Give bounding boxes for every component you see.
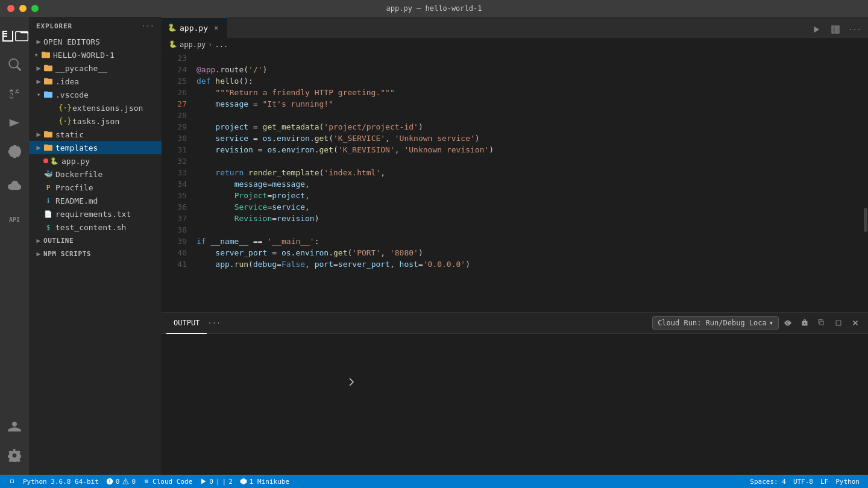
maximize-button[interactable]	[31, 5, 39, 12]
chevron-right-icon: ▶	[34, 143, 43, 152]
tree-item-extensions-json[interactable]: ▶ {·} extensions.json	[29, 101, 162, 114]
more-actions-button[interactable]: ···	[846, 21, 863, 38]
tree-item-tasks-json[interactable]: ▶ {·} tasks.json	[29, 114, 162, 128]
status-python[interactable]: Python 3.6.8 64-bit	[19, 475, 102, 488]
status-minikube[interactable]: 1 Minikube	[236, 475, 293, 488]
output-dropdown[interactable]: Cloud Run: Run/Debug Loca ▾	[652, 316, 779, 330]
editor-area: 🐍 app.py ✕ ··· 🐍 app.py › ...	[162, 17, 868, 475]
status-encoding[interactable]: UTF-8	[790, 475, 817, 488]
tree-item-pycache[interactable]: ▶ __pycache__	[29, 61, 162, 75]
folder-icon	[43, 77, 53, 86]
breadcrumb-rest[interactable]: ...	[215, 40, 228, 49]
source-control-activity-icon[interactable]	[0, 80, 29, 108]
panel-content[interactable]	[162, 334, 868, 475]
line-numbers: 23 24 25 26 27 28 29 30 31 32 33 34 35 3…	[162, 51, 192, 312]
code-line-27: message = "It's running!"	[197, 98, 863, 110]
code-line-36: Service=service,	[197, 201, 863, 213]
tree-item-app-py[interactable]: 🐍 app.py	[29, 154, 162, 167]
tab-actions: ···	[803, 21, 868, 38]
account-activity-icon[interactable]	[0, 412, 29, 441]
project-root[interactable]: ▾ HELLO-WORLD-1	[29, 48, 162, 61]
json-icon: {·}	[60, 116, 70, 126]
tree-item-vscode[interactable]: ▾ .vscode	[29, 88, 162, 101]
split-editor-button[interactable]	[827, 21, 844, 38]
tree-item-test-content[interactable]: ▶ $ test_content.sh	[29, 221, 162, 234]
status-run[interactable]: 0 | | 2	[196, 475, 236, 488]
search-activity-icon[interactable]	[0, 51, 29, 80]
code-line-35: Project=project,	[197, 190, 863, 201]
run-activity-icon[interactable]	[0, 108, 29, 137]
status-line-ending[interactable]: LF	[817, 475, 832, 488]
chevron-right-icon: ▶	[34, 77, 43, 86]
status-cloud-code[interactable]: Cloud Code	[139, 475, 196, 488]
status-spaces[interactable]: Spaces: 4	[746, 475, 790, 488]
code-content[interactable]: @app.route('/') def hello(): """Return a…	[192, 51, 863, 312]
status-language[interactable]: Python	[832, 475, 863, 488]
chevron-right-icon: ▶	[34, 37, 43, 46]
svg-rect-5	[2, 36, 7, 37]
tab-close-button[interactable]: ✕	[212, 23, 221, 33]
dropdown-arrow-icon: ▾	[769, 319, 773, 327]
lock-output-button[interactable]	[797, 315, 813, 331]
copy-output-button[interactable]	[814, 315, 829, 331]
folder-icon	[43, 143, 53, 152]
chevron-right-icon: ▶	[34, 63, 43, 73]
sidebar-title: EXPLORER	[36, 22, 72, 30]
explorer-activity-icon[interactable]	[0, 22, 29, 51]
run-editor-button[interactable]	[808, 21, 825, 38]
npm-scripts-section[interactable]: ▶ NPM SCRIPTS	[29, 247, 162, 260]
tree-item-requirements[interactable]: ▶ 📄 requirements.txt	[29, 207, 162, 221]
maximize-panel-button[interactable]	[831, 315, 846, 331]
window-title: app.py — hello-world-1	[386, 4, 482, 13]
code-line-23	[197, 52, 863, 64]
tree-item-templates[interactable]: ▶ templates	[29, 141, 162, 154]
panel-actions: Cloud Run: Run/Debug Loca ▾	[652, 315, 863, 331]
status-errors[interactable]: 0 0	[102, 475, 139, 488]
outline-section[interactable]: ▶ OUTLINE	[29, 234, 162, 247]
api-activity-icon[interactable]: API	[0, 205, 29, 234]
cloud-code-activity-icon[interactable]	[0, 171, 29, 200]
panel-tab-output[interactable]: OUTPUT	[166, 313, 207, 334]
panel-area: OUTPUT ··· Cloud Run: Run/Debug Loca ▾	[162, 312, 868, 475]
folder-icon	[41, 50, 51, 60]
folder-icon	[43, 63, 53, 73]
proc-icon: P	[43, 183, 53, 192]
clear-output-button[interactable]	[780, 315, 796, 331]
close-button[interactable]	[7, 5, 14, 12]
code-line-31: revision = os.environ.get('K_REVISION', …	[197, 144, 863, 155]
tree-item-idea[interactable]: ▶ .idea	[29, 75, 162, 88]
scrollbar[interactable]	[863, 51, 868, 312]
cursor	[348, 377, 354, 389]
folder-icon	[43, 130, 53, 139]
code-line-30: service = os.environ.get('K_SERVICE', 'U…	[197, 133, 863, 144]
tree-item-procfile[interactable]: ▶ P Procfile	[29, 181, 162, 194]
minimize-button[interactable]	[19, 5, 27, 12]
readme-icon: ℹ	[43, 196, 53, 205]
close-panel-button[interactable]	[848, 315, 863, 331]
modified-indicator	[43, 158, 48, 163]
chevron-right-icon: ▶	[34, 130, 43, 139]
code-line-29: project = get_metadata('project/project-…	[197, 121, 863, 133]
open-editors-section[interactable]: ▶ OPEN EDITORS	[29, 35, 162, 48]
sidebar-header-actions: ···	[141, 22, 154, 30]
breadcrumb-filename[interactable]: app.py	[180, 40, 206, 49]
docker-icon: 🐳	[43, 169, 53, 179]
code-line-41: app.run(debug=False, port=server_port, h…	[197, 258, 863, 270]
chevron-right-icon: ▶	[34, 236, 43, 245]
panel-tab-more[interactable]: ···	[207, 316, 221, 330]
python-icon: 🐍	[49, 156, 59, 166]
sidebar-more-icon[interactable]: ···	[141, 22, 154, 30]
code-editor[interactable]: 23 24 25 26 27 28 29 30 31 32 33 34 35 3…	[162, 51, 868, 312]
editor-tab-app-py[interactable]: 🐍 app.py ✕	[162, 17, 227, 38]
tree-item-readme[interactable]: ▶ ℹ README.md	[29, 194, 162, 207]
tree-item-static[interactable]: ▶ static	[29, 128, 162, 141]
code-line-32	[197, 155, 863, 167]
extensions-activity-icon[interactable]	[0, 137, 29, 166]
tree-item-dockerfile[interactable]: ▶ 🐳 Dockerfile	[29, 167, 162, 181]
code-line-33: return render_template('index.html',	[197, 167, 863, 178]
panel-tabs: OUTPUT ··· Cloud Run: Run/Debug Loca ▾	[162, 313, 868, 334]
settings-activity-icon[interactable]	[0, 441, 29, 470]
svg-rect-2	[2, 40, 13, 42]
breadcrumb-separator: ›	[208, 40, 212, 49]
status-remote[interactable]	[5, 475, 19, 488]
